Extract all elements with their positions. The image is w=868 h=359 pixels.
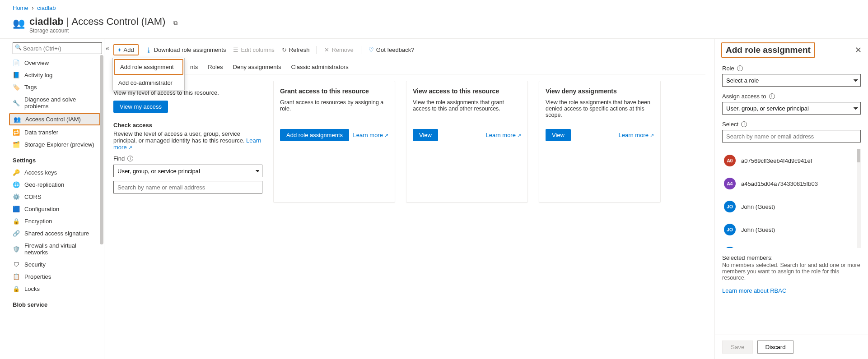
- tab-classic[interactable]: Classic administrators: [291, 60, 349, 74]
- toolbar-divider: [361, 46, 361, 54]
- view-button[interactable]: View: [546, 129, 571, 141]
- download-button[interactable]: ⭳ Download role assignments: [146, 46, 226, 53]
- feedback-button[interactable]: ♡ Got feedback?: [369, 46, 415, 53]
- heart-icon: ♡: [369, 46, 374, 53]
- sidebar-item[interactable]: 🏷️Tags: [0, 81, 103, 93]
- sidebar-item-label: Properties: [24, 273, 51, 280]
- discard-button[interactable]: Discard: [757, 341, 793, 354]
- sidebar-item[interactable]: 🔒Locks: [0, 283, 103, 295]
- learn-more-link[interactable]: Learn more: [353, 132, 388, 138]
- copy-icon[interactable]: ⧉: [173, 19, 177, 27]
- info-icon[interactable]: i: [741, 121, 747, 127]
- sidebar-item[interactable]: 📘Activity log: [0, 69, 103, 81]
- sidebar-item[interactable]: 👥Access Control (IAM): [9, 113, 100, 125]
- panel-scrollbar[interactable]: [857, 149, 861, 248]
- sidebar-item[interactable]: 📄Overview: [0, 57, 103, 69]
- nav-icon: 📋: [13, 273, 20, 280]
- sidebar-item-label: Overview: [24, 60, 49, 66]
- user-list-item[interactable]: JOJohn (Guest): [722, 218, 861, 241]
- sidebar-item[interactable]: 🟦Configuration: [0, 203, 103, 215]
- sidebar-item[interactable]: 📋Properties: [0, 271, 103, 283]
- nav-icon: 🔁: [13, 129, 20, 136]
- nav-icon: 🔒: [13, 285, 20, 292]
- breadcrumb-resource[interactable]: ciadlab: [37, 5, 56, 11]
- find-type-dropdown[interactable]: User, group, or service principal: [113, 165, 262, 177]
- sidebar-item[interactable]: ⚙️CORS: [0, 191, 103, 203]
- card-desc: View the role assignments that grant acc…: [413, 99, 521, 121]
- assign-label: Assign access to: [722, 93, 766, 100]
- tabs: nts Roles Deny assignments Classic admin…: [113, 60, 705, 74]
- user-list-item[interactable]: A0a07569cff3eeb4f4d9c941ef: [722, 149, 861, 172]
- learn-more-link[interactable]: Learn more: [485, 132, 521, 138]
- info-icon[interactable]: i: [737, 65, 743, 71]
- card-title: View access to this resource: [413, 87, 521, 95]
- sidebar-item[interactable]: 🔒Encryption: [0, 215, 103, 227]
- add-role-assignments-button[interactable]: Add role assignments: [280, 129, 349, 141]
- info-icon[interactable]: i: [769, 93, 775, 99]
- user-name: a07569cff3eeb4f4d9c941ef: [741, 157, 812, 164]
- avatar: A4: [724, 178, 736, 189]
- find-label: Find: [113, 155, 125, 162]
- nav-icon: 🔑: [13, 169, 20, 176]
- x-icon: ✕: [324, 46, 329, 53]
- tab-partial[interactable]: nts: [190, 60, 198, 74]
- close-panel-icon[interactable]: ✕: [855, 45, 862, 55]
- sidebar-item[interactable]: 🔧Diagnose and solve problems: [0, 93, 103, 112]
- add-co-administrator-menuitem[interactable]: Add co-administrator: [113, 76, 184, 90]
- add-role-assignment-menuitem[interactable]: Add role assignment: [114, 59, 183, 75]
- view-deny-card: View deny assignments View the role assi…: [539, 81, 661, 203]
- refresh-icon: ↻: [282, 46, 287, 53]
- role-dropdown[interactable]: Select a role: [722, 74, 861, 87]
- user-list-item[interactable]: JOJohn (Guest): [722, 241, 861, 248]
- add-button[interactable]: + Add: [113, 44, 139, 55]
- sidebar-item[interactable]: 🛡Security: [0, 258, 103, 271]
- edit-columns-button[interactable]: ☰ Edit columns: [233, 46, 274, 53]
- my-access-desc: View my level of access to this resource…: [113, 89, 262, 96]
- view-my-access-button[interactable]: View my access: [113, 101, 168, 113]
- sidebar-item-label: Access keys: [24, 169, 57, 176]
- nav-icon: 🌐: [13, 181, 20, 188]
- view-button[interactable]: View: [413, 129, 438, 141]
- nav-icon: 🟦: [13, 206, 20, 212]
- check-access-heading: Check access: [113, 122, 262, 129]
- sidebar: « 📄Overview📘Activity log🏷️Tags🔧Diagnose …: [0, 38, 104, 359]
- user-name: a45ad15d04a734330815fb03: [741, 180, 818, 187]
- nav-icon: 🔗: [13, 230, 20, 237]
- sidebar-search-input[interactable]: [13, 42, 102, 54]
- tab-roles[interactable]: Roles: [208, 60, 223, 74]
- sidebar-item[interactable]: 🔁Data transfer: [0, 126, 103, 138]
- toolbar-divider: [317, 46, 317, 54]
- people-icon: 👥: [13, 18, 25, 29]
- sidebar-item[interactable]: 🗂️Storage Explorer (preview): [0, 138, 103, 151]
- card-desc: Grant access to resources by assigning a…: [280, 99, 388, 121]
- sidebar-scrollbar[interactable]: [99, 55, 104, 359]
- save-button[interactable]: Save: [722, 341, 753, 354]
- sidebar-item[interactable]: 🌐Geo-replication: [0, 179, 103, 191]
- sidebar-item[interactable]: 🔑Access keys: [0, 166, 103, 179]
- nav-icon: 🔒: [13, 218, 20, 225]
- refresh-button[interactable]: ↻ Refresh: [282, 46, 310, 53]
- download-icon: ⭳: [146, 46, 152, 53]
- user-list-item[interactable]: JOJohn (Guest): [722, 195, 861, 218]
- page-header: 👥 ciadlab|Access Control (IAM) Storage a…: [0, 14, 868, 38]
- user-list-item[interactable]: A4a45ad15d04a734330815fb03: [722, 172, 861, 195]
- rbac-learn-link[interactable]: Learn more about RBAC: [722, 287, 861, 294]
- nav-icon: 🏷️: [13, 84, 20, 91]
- card-title: View deny assignments: [546, 87, 654, 95]
- sidebar-item[interactable]: 🛡️Firewalls and virtual networks: [0, 239, 103, 258]
- nav-icon: 🔧: [13, 100, 20, 106]
- sidebar-item-label: Access Control (IAM): [25, 116, 81, 123]
- sidebar-item[interactable]: 🔗Shared access signature: [0, 227, 103, 239]
- breadcrumb-home[interactable]: Home: [13, 5, 28, 11]
- tab-deny[interactable]: Deny assignments: [233, 60, 281, 74]
- plus-icon: +: [118, 46, 121, 53]
- sidebar-item-label: Locks: [24, 285, 40, 292]
- assign-access-dropdown[interactable]: User, group, or service principal: [722, 102, 861, 115]
- remove-button[interactable]: ✕ Remove: [324, 46, 353, 53]
- page-title: ciadlab|Access Control (IAM): [29, 16, 165, 28]
- select-search-input[interactable]: [722, 130, 861, 143]
- info-icon[interactable]: i: [127, 156, 133, 161]
- learn-more-link[interactable]: Learn more: [618, 132, 654, 138]
- avatar: JO: [724, 247, 736, 248]
- find-search-input[interactable]: [113, 181, 262, 193]
